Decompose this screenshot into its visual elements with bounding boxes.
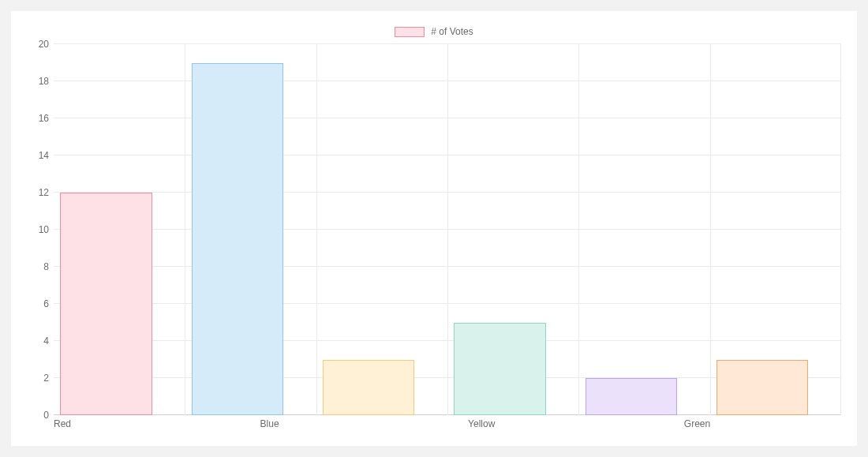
- bars-container: [54, 44, 841, 415]
- bar-orange[interactable]: [716, 360, 808, 416]
- bar-blue[interactable]: [192, 63, 283, 416]
- y-tick-label: 0: [43, 410, 49, 421]
- y-tick-label: 8: [43, 261, 49, 272]
- legend-swatch: [395, 27, 425, 37]
- chart-card: # of Votes 02468101214161820 RedBlueYell…: [11, 11, 857, 446]
- bar-slot: [447, 44, 578, 415]
- legend-label: # of Votes: [431, 26, 473, 37]
- bar-slot: [185, 44, 316, 415]
- x-tick-label: Green: [684, 418, 868, 429]
- y-tick-label: 20: [39, 39, 49, 50]
- bar-slot: [54, 44, 185, 415]
- bar-red[interactable]: [60, 193, 152, 415]
- chart-legend[interactable]: # of Votes: [27, 24, 841, 39]
- plot-body: [54, 44, 841, 415]
- x-axis-labels: RedBlueYellowGreenPurpleOrange: [54, 418, 841, 429]
- bar-yellow[interactable]: [323, 360, 414, 416]
- bar-slot: [316, 44, 447, 415]
- bar-slot: [710, 44, 841, 415]
- y-tick-label: 6: [43, 298, 49, 309]
- chart-plot: 02468101214161820 RedBlueYellowGreenPurp…: [27, 44, 841, 431]
- y-tick-label: 4: [43, 335, 49, 346]
- y-tick-label: 14: [39, 150, 49, 161]
- bar-slot: [578, 44, 709, 415]
- y-axis: 02468101214161820: [27, 44, 54, 415]
- y-tick-label: 16: [39, 113, 49, 124]
- bar-green[interactable]: [454, 323, 545, 416]
- x-tick-label: Blue: [260, 418, 469, 429]
- y-tick-label: 10: [39, 224, 49, 235]
- x-tick-label: Red: [54, 418, 260, 429]
- x-tick-label: Yellow: [468, 418, 684, 429]
- y-tick-label: 2: [43, 373, 49, 384]
- bar-purple[interactable]: [586, 378, 677, 415]
- y-tick-label: 18: [39, 76, 49, 87]
- y-tick-label: 12: [39, 187, 49, 198]
